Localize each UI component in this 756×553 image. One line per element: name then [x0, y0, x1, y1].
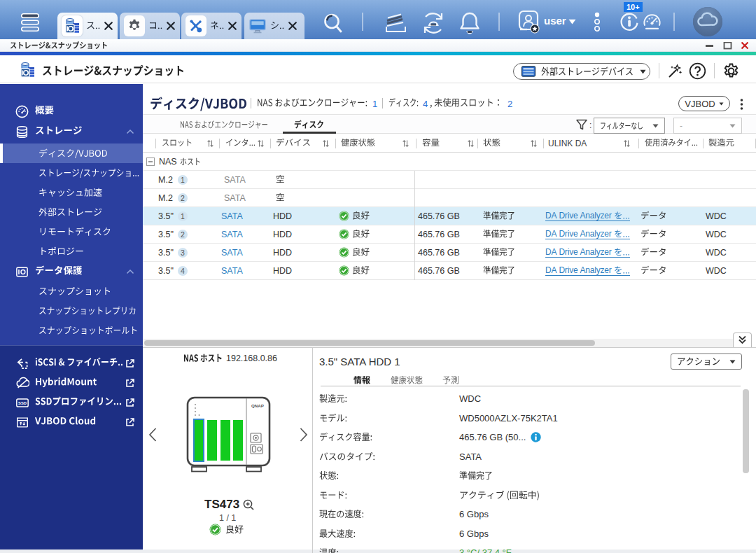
svg-text:QNAP: QNAP — [251, 403, 264, 408]
svg-text:SSD: SSD — [18, 401, 27, 405]
